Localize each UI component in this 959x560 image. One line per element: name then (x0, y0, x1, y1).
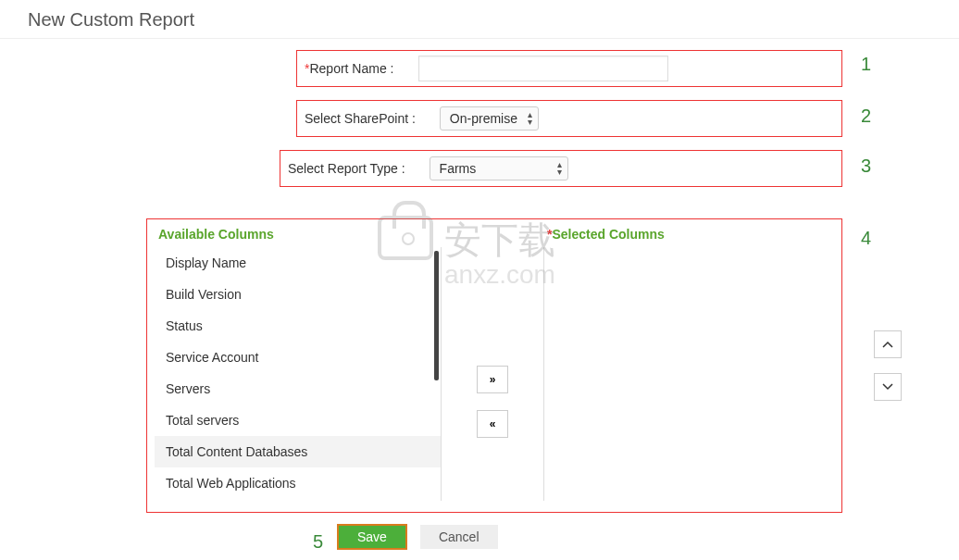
available-columns-list[interactable]: Display Name Build Version Status Servic… (155, 247, 442, 501)
report-name-input[interactable] (418, 56, 668, 81)
cancel-button[interactable]: Cancel (420, 525, 498, 549)
chevron-updown-icon: ▴▾ (528, 111, 532, 126)
sharepoint-select[interactable]: On-premise ▴▾ (440, 106, 539, 131)
sharepoint-row: Select SharePoint : On-premise ▴▾ (296, 100, 842, 137)
list-item[interactable]: Build Version (155, 279, 441, 310)
annotation-1: 1 (861, 54, 871, 75)
move-left-button[interactable]: « (477, 410, 508, 438)
list-item[interactable]: Total Content Databases (155, 436, 441, 467)
columns-section: Available Columns *Selected Columns Disp… (146, 218, 842, 513)
annotation-3: 3 (861, 156, 871, 177)
move-down-button[interactable] (874, 373, 902, 401)
selected-columns-list[interactable] (543, 247, 841, 501)
annotation-2: 2 (861, 106, 871, 127)
list-item[interactable]: Service Account (155, 342, 441, 373)
sharepoint-label: Select SharePoint : (305, 111, 416, 126)
report-name-label: *Report Name : (305, 61, 394, 76)
chevron-down-icon (882, 383, 893, 391)
chevron-up-icon (882, 341, 893, 348)
available-columns-header: Available Columns (158, 227, 510, 242)
report-type-row: Select Report Type : Farms ▴▾ (280, 150, 842, 187)
list-item[interactable]: Servers (155, 373, 441, 404)
report-type-value: Farms (440, 161, 477, 176)
list-item[interactable]: Total servers (155, 404, 441, 436)
selected-columns-header: *Selected Columns (510, 227, 830, 242)
report-type-select[interactable]: Farms ▴▾ (430, 156, 568, 180)
annotation-4: 4 (861, 228, 871, 249)
list-item[interactable]: Status (155, 310, 441, 342)
list-item[interactable]: Total Web Applications (155, 467, 441, 499)
annotation-5: 5 (313, 531, 323, 553)
sharepoint-value: On-premise (450, 111, 517, 126)
move-right-button[interactable]: » (477, 366, 508, 393)
scrollbar[interactable] (434, 251, 439, 380)
move-up-button[interactable] (874, 330, 902, 358)
report-name-row: *Report Name : (296, 50, 842, 87)
page-title: New Custom Report (0, 0, 959, 39)
report-type-label: Select Report Type : (288, 161, 405, 176)
list-item[interactable]: Display Name (155, 247, 441, 279)
chevron-updown-icon: ▴▾ (557, 161, 562, 176)
save-button[interactable]: Save (337, 524, 407, 550)
